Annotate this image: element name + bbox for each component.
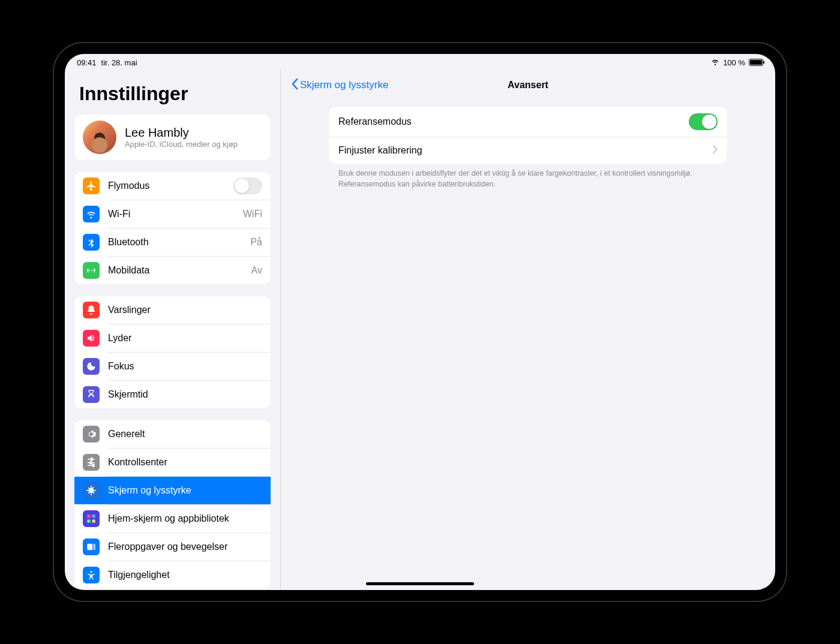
svg-rect-0 (87, 514, 90, 517)
reference-mode-section: Referansemodus Finjuster kalibrering (329, 107, 727, 164)
bluetooth-row[interactable]: Bluetooth På (74, 228, 271, 256)
display-brightness-row[interactable]: Skjerm og lysstyrke (74, 477, 271, 504)
hourglass-icon (83, 386, 100, 403)
wifi-icon (711, 58, 719, 68)
notifications-label: Varslinger (108, 305, 262, 315)
settings-title: Innstillinger (79, 83, 271, 105)
bluetooth-label: Bluetooth (108, 237, 242, 248)
detail-header: Skjerm og lysstyrke Avansert (281, 71, 775, 100)
detail-pane: Skjerm og lysstyrke Avansert Referansemo… (281, 71, 775, 590)
content-split: Innstillinger Lee Hambly Apple-ID, iClou… (65, 71, 775, 590)
airplane-mode-row[interactable]: Flymodus (74, 172, 271, 200)
wifi-value: WiFi (243, 209, 262, 219)
detail-title: Avansert (508, 80, 548, 91)
svg-rect-3 (92, 520, 95, 523)
profile-section: Lee Hambly Apple-ID, iCloud, medier og k… (74, 115, 271, 160)
svg-rect-4 (87, 544, 92, 550)
cellular-icon (83, 262, 100, 279)
wifi-label: Wi-Fi (108, 209, 235, 219)
connectivity-section: Flymodus Wi-Fi WiFi (74, 172, 271, 284)
back-label: Skjerm og lysstyrke (300, 79, 388, 91)
bluetooth-value: På (250, 237, 262, 248)
svg-rect-5 (94, 544, 95, 550)
control-center-row[interactable]: Kontrollsenter (74, 449, 271, 476)
focus-row[interactable]: Fokus (74, 353, 271, 380)
sounds-label: Lyder (108, 333, 262, 344)
screentime-row[interactable]: Skjermtid (74, 381, 271, 408)
screentime-label: Skjermtid (108, 389, 262, 400)
airplane-toggle[interactable] (233, 177, 262, 194)
airplane-icon (83, 177, 100, 194)
status-bar: 09:41 tir. 28. mai 100 % (65, 54, 775, 71)
general-section: Generelt Kontrollsenter Skje (74, 420, 271, 589)
notifications-section: Varslinger Lyder Fokus (74, 296, 271, 408)
status-right: 100 % (711, 58, 763, 68)
reference-mode-row[interactable]: Referansemodus (329, 107, 727, 137)
general-label: Generelt (108, 429, 262, 440)
control-center-label: Kontrollsenter (108, 457, 262, 468)
multitasking-icon (83, 538, 100, 555)
profile-info: Lee Hambly Apple-ID, iCloud, medier og k… (125, 126, 238, 149)
wifi-row[interactable]: Wi-Fi WiFi (74, 200, 271, 228)
apple-id-row[interactable]: Lee Hambly Apple-ID, iCloud, medier og k… (74, 115, 271, 160)
multitasking-label: Fleroppgaver og bevegelser (108, 541, 262, 552)
status-left: 09:41 tir. 28. mai (77, 58, 137, 67)
grid-icon (83, 510, 100, 527)
bell-icon (83, 302, 100, 318)
profile-subtitle: Apple-ID, iCloud, medier og kjøp (125, 140, 238, 149)
battery-icon (749, 59, 763, 66)
svg-point-6 (91, 571, 92, 573)
accessibility-label: Tilgjengelighet (108, 570, 262, 580)
chevron-right-icon (713, 145, 718, 156)
ipad-device-frame: 09:41 tir. 28. mai 100 % Innstillinger (54, 43, 786, 601)
multitasking-row[interactable]: Fleroppgaver og bevegelser (74, 533, 271, 561)
battery-percentage: 100 % (723, 58, 745, 67)
general-row[interactable]: Generelt (74, 420, 271, 448)
settings-sidebar[interactable]: Innstillinger Lee Hambly Apple-ID, iClou… (65, 71, 281, 590)
fine-tune-row[interactable]: Finjuster kalibrering (329, 137, 727, 164)
screen: 09:41 tir. 28. mai 100 % Innstillinger (65, 54, 775, 590)
section-footer-text: Bruk denne modusen i arbeidsflyter der d… (329, 164, 727, 194)
sliders-icon (83, 454, 100, 471)
airplane-label: Flymodus (108, 180, 225, 191)
reference-mode-label: Referansemodus (338, 116, 412, 127)
focus-label: Fokus (108, 361, 262, 372)
home-screen-row[interactable]: Hjem-skjerm og appbibliotek (74, 505, 271, 532)
bluetooth-icon (83, 234, 100, 251)
detail-body: Referansemodus Finjuster kalibrering Bru… (281, 100, 775, 201)
back-button[interactable]: Skjerm og lysstyrke (290, 78, 388, 93)
accessibility-row[interactable]: Tilgjengelighet (74, 561, 271, 589)
status-time: 09:41 (77, 58, 97, 67)
home-indicator[interactable] (366, 582, 474, 585)
moon-icon (83, 358, 100, 375)
svg-rect-1 (92, 514, 95, 517)
reference-mode-toggle[interactable] (689, 113, 718, 130)
speaker-icon (83, 330, 100, 347)
chevron-left-icon (290, 78, 299, 93)
status-date: tir. 28. mai (101, 58, 137, 67)
brightness-icon (83, 482, 100, 499)
display-label: Skjerm og lysstyrke (108, 485, 262, 496)
cellular-label: Mobildata (108, 265, 243, 276)
gear-icon (83, 426, 100, 443)
sounds-row[interactable]: Lyder (74, 324, 271, 352)
avatar (83, 121, 116, 154)
svg-rect-2 (87, 520, 90, 523)
cellular-value: Av (251, 265, 262, 276)
fine-tune-label: Finjuster kalibrering (338, 145, 422, 156)
cellular-row[interactable]: Mobildata Av (74, 257, 271, 284)
wifi-settings-icon (83, 206, 100, 222)
home-screen-label: Hjem-skjerm og appbibliotek (108, 513, 262, 524)
profile-name: Lee Hambly (125, 126, 238, 140)
notifications-row[interactable]: Varslinger (74, 296, 271, 324)
accessibility-icon (83, 567, 100, 583)
